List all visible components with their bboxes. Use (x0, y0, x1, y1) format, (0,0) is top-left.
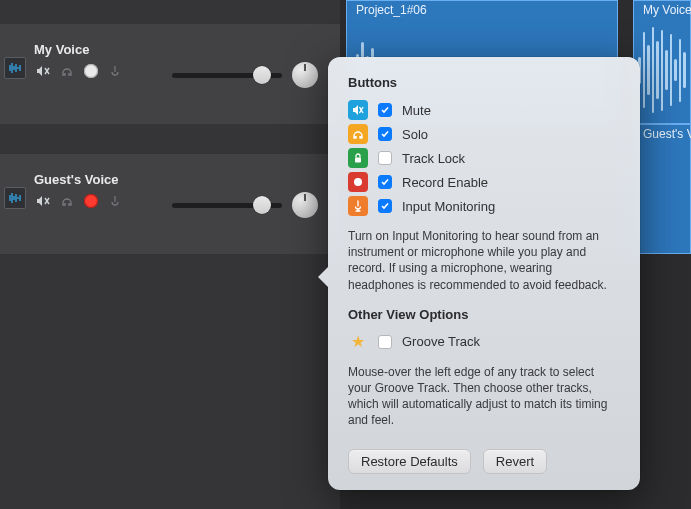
headphones-icon (348, 124, 368, 144)
track-controls (172, 60, 318, 90)
svg-point-23 (354, 178, 362, 186)
option-label: Mute (402, 103, 431, 118)
mute-icon (348, 100, 368, 120)
option-row-groove-track: ★ Groove Track (348, 330, 620, 354)
solo-button[interactable] (58, 63, 76, 79)
record-enable-button[interactable] (82, 193, 100, 209)
option-row-record-enable: Record Enable (348, 170, 620, 194)
option-row-input-monitoring: Input Monitoring (348, 194, 620, 218)
audio-clip[interactable]: My Voice# (633, 0, 691, 124)
checkbox[interactable] (378, 151, 392, 165)
volume-slider[interactable] (172, 73, 282, 78)
input-monitoring-icon (348, 196, 368, 216)
checkbox[interactable] (378, 127, 392, 141)
checkbox[interactable] (378, 175, 392, 189)
pan-knob[interactable] (292, 192, 318, 218)
option-row-solo: Solo (348, 122, 620, 146)
revert-button[interactable]: Revert (483, 449, 547, 474)
section-title: Buttons (348, 75, 620, 90)
solo-button[interactable] (58, 193, 76, 209)
option-label: Record Enable (402, 175, 488, 190)
clip-label: My Voice# (643, 3, 691, 17)
section-title: Other View Options (348, 307, 620, 322)
buttons-option-list: Mute Solo Track Lock Record Enable (348, 98, 620, 218)
track-name: My Voice (34, 42, 340, 57)
restore-defaults-button[interactable]: Restore Defaults (348, 449, 471, 474)
mute-button[interactable] (34, 63, 52, 79)
volume-slider[interactable] (172, 203, 282, 208)
clip-label: Project_1#06 (356, 3, 427, 17)
audio-clip[interactable]: Guest's Vo (633, 124, 691, 254)
checkbox[interactable] (378, 103, 392, 117)
track-controls (172, 190, 318, 220)
option-label: Input Monitoring (402, 199, 495, 214)
pan-knob[interactable] (292, 62, 318, 88)
star-icon: ★ (348, 332, 368, 351)
checkbox[interactable] (378, 199, 392, 213)
input-monitoring-button[interactable] (106, 63, 124, 79)
track-header-options-popover: Buttons Mute Solo Track Lock (328, 57, 640, 490)
mute-button[interactable] (34, 193, 52, 209)
input-monitoring-button[interactable] (106, 193, 124, 209)
svg-rect-22 (355, 158, 361, 163)
checkbox[interactable] (378, 335, 392, 349)
record-icon (348, 172, 368, 192)
option-label: Solo (402, 127, 428, 142)
waveform-icon (4, 57, 26, 79)
waveform-icon (4, 187, 26, 209)
clip-label: Guest's Vo (643, 127, 691, 141)
option-label: Groove Track (402, 334, 480, 349)
hint-text: Mouse-over the left edge of any track to… (348, 364, 620, 429)
record-enable-button[interactable] (82, 63, 100, 79)
option-label: Track Lock (402, 151, 465, 166)
hint-text: Turn on Input Monitoring to hear sound f… (348, 228, 620, 293)
option-row-mute: Mute (348, 98, 620, 122)
lock-icon (348, 148, 368, 168)
option-row-track-lock: Track Lock (348, 146, 620, 170)
track-name: Guest's Voice (34, 172, 340, 187)
